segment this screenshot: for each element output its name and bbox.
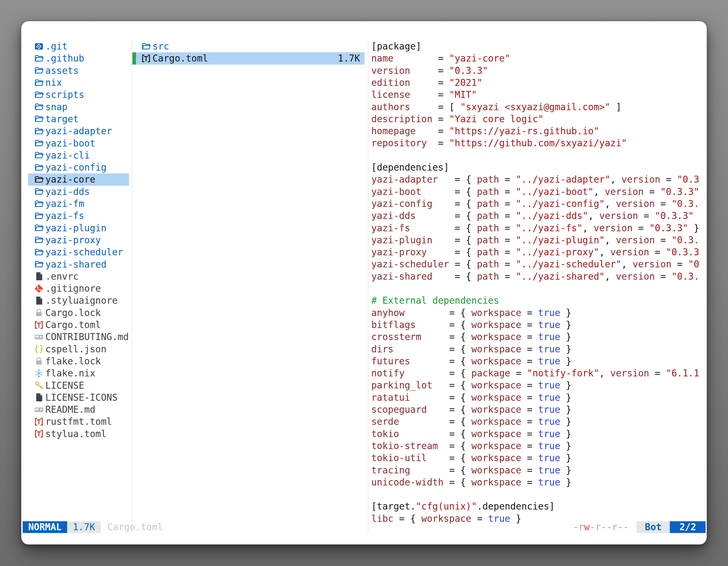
status-filename: Cargo.toml bbox=[107, 521, 163, 533]
parent-item-target[interactable]: target bbox=[28, 113, 129, 125]
current-panel[interactable]: srcCargo.toml1.7K bbox=[132, 21, 365, 544]
item-label: yazi-plugin bbox=[45, 223, 107, 234]
item-label: yazi-fs bbox=[45, 210, 84, 221]
preview-line: authors = [ "sxyazi <sxyazi@gmail.com>" … bbox=[371, 101, 705, 113]
parent-item-LICENSE[interactable]: LICENSE bbox=[28, 379, 129, 391]
document-icon bbox=[34, 272, 44, 281]
parent-item-LICENSE-ICONS[interactable]: LICENSE-ICONS bbox=[28, 391, 129, 403]
open-folder-icon bbox=[34, 248, 44, 257]
preview-line: yazi-scheduler = { path = "../yazi-sched… bbox=[371, 258, 705, 270]
preview-panel[interactable]: [package]name = "yazi-core"version = "0.… bbox=[371, 40, 705, 527]
item-label: yazi-boot bbox=[45, 138, 95, 149]
preview-line: ratatui = { workspace = true } bbox=[371, 391, 705, 403]
toml-icon bbox=[34, 417, 44, 426]
preview-line: yazi-fs = { path = "../yazi-fs", version… bbox=[371, 222, 705, 234]
item-label: Cargo.toml bbox=[45, 319, 101, 330]
panel-separator bbox=[368, 40, 368, 533]
preview-line: unicode-width = { workspace = true } bbox=[371, 476, 705, 488]
item-label: nix bbox=[45, 77, 62, 88]
panel-separator bbox=[131, 40, 132, 533]
parent-item-stylua.toml[interactable]: stylua.toml bbox=[28, 428, 129, 440]
parent-item-nix[interactable]: nix bbox=[28, 77, 129, 89]
markdown-icon bbox=[34, 332, 44, 342]
parent-item-CONTRIBUTING.md[interactable]: CONTRIBUTING.md bbox=[28, 331, 129, 343]
item-label: yazi-adapter bbox=[45, 126, 112, 137]
preview-line: # External dependencies bbox=[371, 294, 705, 306]
parent-item-scripts[interactable]: scripts bbox=[28, 89, 129, 101]
parent-item-assets[interactable]: assets bbox=[28, 65, 129, 77]
parent-item-yazi-cli[interactable]: yazi-cli bbox=[28, 149, 129, 161]
item-label: .styluaignore bbox=[45, 295, 118, 306]
item-label: rustfmt.toml bbox=[45, 416, 112, 427]
item-label: LICENSE bbox=[45, 380, 84, 391]
open-folder-icon bbox=[34, 187, 44, 196]
parent-item-yazi-scheduler[interactable]: yazi-scheduler bbox=[28, 246, 129, 258]
preview-line: parking_lot = { workspace = true } bbox=[371, 379, 705, 391]
preview-line: tracing = { workspace = true } bbox=[371, 464, 705, 476]
open-folder-icon bbox=[34, 163, 44, 172]
item-label: .github bbox=[45, 53, 84, 64]
item-label: flake.lock bbox=[45, 356, 101, 366]
parent-item-yazi-proxy[interactable]: yazi-proxy bbox=[28, 234, 129, 246]
parent-item-flake.lock[interactable]: flake.lock bbox=[28, 355, 129, 367]
preview-line: tokio-stream = { workspace = true } bbox=[371, 440, 705, 452]
preview-line: dirs = { workspace = true } bbox=[371, 343, 705, 355]
toml-icon bbox=[34, 320, 44, 330]
parent-item-yazi-fs[interactable]: yazi-fs bbox=[28, 210, 129, 222]
parent-item-.gitignore[interactable]: .gitignore bbox=[28, 283, 129, 294]
item-size: 1.7K bbox=[338, 53, 365, 64]
preview-line: [dependencies] bbox=[371, 161, 705, 173]
parent-item-yazi-adapter[interactable]: yazi-adapter bbox=[28, 125, 129, 137]
git-repo-icon bbox=[34, 42, 44, 51]
parent-item-.envrc[interactable]: .envrc bbox=[28, 271, 129, 283]
open-folder-icon bbox=[34, 90, 44, 100]
yazi-window: .git.githubassetsnixscriptssnaptargetyaz… bbox=[21, 21, 707, 544]
parent-item-yazi-fm[interactable]: yazi-fm bbox=[28, 198, 129, 210]
parent-item-yazi-dds[interactable]: yazi-dds bbox=[28, 186, 129, 198]
preview-line: yazi-shared = { path = "../yazi-shared",… bbox=[371, 271, 705, 283]
selected-item-marker bbox=[132, 52, 136, 64]
parent-item-yazi-core[interactable]: yazi-core bbox=[28, 173, 129, 186]
status-left: NORMAL 1.7K Cargo.toml bbox=[23, 521, 163, 533]
parent-item-flake.nix[interactable]: flake.nix bbox=[28, 367, 129, 379]
status-right: -rw-r--r-- Bot 2/2 bbox=[573, 521, 706, 533]
lock-icon bbox=[34, 356, 44, 366]
parent-item-yazi-shared[interactable]: yazi-shared bbox=[28, 258, 129, 270]
json-braces-icon bbox=[34, 344, 44, 354]
item-label: src bbox=[152, 41, 169, 52]
mode-indicator: NORMAL bbox=[23, 521, 67, 533]
item-label: .git bbox=[45, 41, 67, 52]
parent-item-.github[interactable]: .github bbox=[28, 52, 129, 64]
preview-line: yazi-adapter = { path = "../yazi-adapter… bbox=[371, 173, 705, 186]
item-label: target bbox=[45, 114, 79, 125]
open-folder-icon bbox=[34, 139, 44, 148]
parent-item-Cargo.lock[interactable]: Cargo.lock bbox=[28, 307, 129, 319]
parent-item-.styluaignore[interactable]: .styluaignore bbox=[28, 294, 129, 306]
preview-line: notify = { package = "notify-fork", vers… bbox=[371, 367, 705, 379]
open-folder-icon bbox=[34, 78, 44, 88]
item-label: yazi-proxy bbox=[45, 235, 101, 246]
parent-item-cspell.json[interactable]: cspell.json bbox=[28, 343, 129, 355]
parent-item-yazi-config[interactable]: yazi-config bbox=[28, 161, 129, 173]
item-label: yazi-shared bbox=[45, 259, 107, 270]
nix-snowflake-icon bbox=[34, 368, 44, 378]
parent-item-snap[interactable]: snap bbox=[28, 101, 129, 113]
preview-line: crossterm = { workspace = true } bbox=[371, 331, 705, 343]
current-item-src[interactable]: src bbox=[132, 40, 365, 52]
open-folder-icon bbox=[141, 42, 151, 51]
parent-item-.git[interactable]: .git bbox=[28, 40, 129, 52]
open-folder-icon bbox=[34, 199, 44, 209]
parent-item-README.md[interactable]: README.md bbox=[28, 403, 129, 415]
parent-item-rustfmt.toml[interactable]: rustfmt.toml bbox=[28, 415, 129, 427]
item-label: LICENSE-ICONS bbox=[45, 392, 118, 403]
preview-line: [package] bbox=[371, 40, 705, 52]
parent-panel[interactable]: .git.githubassetsnixscriptssnaptargetyaz… bbox=[21, 21, 151, 544]
parent-item-yazi-plugin[interactable]: yazi-plugin bbox=[28, 222, 129, 234]
toml-icon bbox=[34, 429, 44, 438]
current-item-Cargo.toml[interactable]: Cargo.toml1.7K bbox=[132, 52, 365, 64]
open-folder-icon bbox=[34, 66, 44, 75]
git-icon bbox=[34, 284, 44, 293]
parent-item-yazi-boot[interactable]: yazi-boot bbox=[28, 137, 129, 149]
parent-item-Cargo.toml[interactable]: Cargo.toml bbox=[28, 319, 129, 331]
preview-line: tokio-util = { workspace = true } bbox=[371, 452, 705, 464]
